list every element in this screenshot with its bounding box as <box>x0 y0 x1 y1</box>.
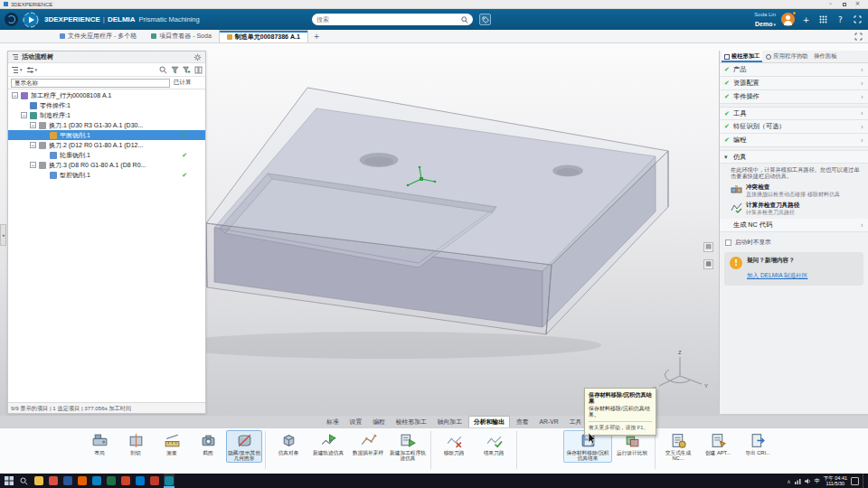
tree-row-manufacturing-program[interactable]: − 制造程序:1 <box>8 110 205 120</box>
assistant-section-feature-recognition[interactable]: ✔ 特征识别（可选） › <box>720 120 868 134</box>
toolbar-button-remove-toolpath[interactable]: 移除刀路 <box>434 430 474 456</box>
tree-collapse-icon[interactable]: − <box>12 92 18 99</box>
tab-action-pad[interactable]: 操作面板 <box>811 51 839 62</box>
taskbar-app-word[interactable] <box>62 474 73 488</box>
volume-icon[interactable] <box>805 478 811 484</box>
toolbar-button-interactive-nc[interactable]: 交互式生成 NC... <box>658 430 698 463</box>
avatar[interactable] <box>781 13 795 26</box>
left-panel-collapse-handle[interactable]: ◂ <box>0 224 6 246</box>
3ds-logo-icon[interactable] <box>5 13 18 26</box>
search-icon[interactable] <box>159 66 167 74</box>
taskbar-app-edge[interactable] <box>91 474 102 488</box>
ribbon-tab-analysis-output[interactable]: 分析和输出 <box>468 416 510 428</box>
ribbon-tab-view[interactable]: 查看 <box>512 417 533 427</box>
taskbar-search-icon[interactable] <box>18 475 30 487</box>
toolbar-button-sectioning[interactable]: 剖切 <box>118 430 154 456</box>
checkbox-icon[interactable] <box>725 239 731 246</box>
user-info[interactable]: Soda Lin Demo▾ <box>754 12 776 28</box>
tree-row-part-operation[interactable]: − 零件操作:1 <box>8 100 205 110</box>
tab-app-assist[interactable]: 应用程序协助 <box>763 51 810 62</box>
taskbar-app-firefox[interactable] <box>77 474 88 488</box>
tray-expand-icon[interactable]: ∧ <box>787 478 790 484</box>
ribbon-tab-prismatic[interactable]: 棱柱形加工 <box>392 417 431 427</box>
columns-icon[interactable] <box>194 66 203 74</box>
tag-icon[interactable] <box>479 14 491 25</box>
assistant-section-tools[interactable]: ✔ 工具 › <box>720 107 868 120</box>
input-language-indicator[interactable]: 中 <box>815 477 820 485</box>
tree-collapse-icon[interactable]: − <box>30 122 36 128</box>
toolbar-button-measure[interactable]: 测量 <box>154 430 190 456</box>
viewport-grid-widget-icon[interactable]: ▦ <box>703 259 713 269</box>
assistant-section-simulation[interactable]: ▾ 仿真 <box>720 150 868 164</box>
tree-row-face-milling[interactable]: − 平面铣削.1 ✔ <box>8 130 205 140</box>
startup-option[interactable]: 启动时不显示 <box>725 239 863 247</box>
tree-collapse-icon[interactable]: − <box>30 142 36 148</box>
tree-collapse-icon[interactable]: − <box>30 162 36 168</box>
tree-collapse-icon[interactable]: − <box>21 112 27 118</box>
display-options-button[interactable]: ▾ <box>26 66 38 74</box>
toolbar-button-hide-show-geometry[interactable]: 隐藏/显示其他几何图形 <box>226 430 262 463</box>
tab-manufacturing-cell[interactable]: 制造单元00087386 A.1 <box>219 30 308 42</box>
assistant-section-product[interactable]: ✔ 产品 › <box>720 63 868 77</box>
computed-column-header[interactable]: 已计算 <box>174 79 203 87</box>
view-compass[interactable]: Z X Y <box>653 350 708 391</box>
ribbon-tab-tools[interactable]: 工具 <box>565 417 587 427</box>
add-content-button[interactable]: + <box>800 14 812 25</box>
gear-icon[interactable] <box>193 53 202 61</box>
community-link[interactable]: 加入 DELMIA 制造社区 <box>747 272 807 280</box>
maximize-button[interactable] <box>837 0 851 8</box>
compass-play-icon[interactable] <box>23 12 39 28</box>
tab-project-viewer[interactable]: 项目查看器 - Soda <box>144 30 219 42</box>
name-column-header[interactable]: 显示名称 <box>11 79 170 88</box>
ribbon-tab-axial[interactable]: 轴向加工 <box>433 417 467 427</box>
minimize-button[interactable]: – <box>824 0 837 8</box>
filter-icon[interactable] <box>171 66 179 74</box>
close-button[interactable]: × <box>851 0 864 8</box>
filter-add-icon[interactable] <box>183 66 191 74</box>
assistant-section-generate-nc[interactable]: 生成 NC 代码 › <box>720 219 868 232</box>
toolbar-button-create-apt[interactable]: 创建 APT... <box>698 430 738 456</box>
tab-folder-app[interactable]: 文件夹应用程序 - 多个格 <box>52 30 144 42</box>
network-icon[interactable] <box>795 478 801 484</box>
toolpath-check-card[interactable]: 计算并检查刀具路径 计算并检查刀具路径 <box>731 202 863 216</box>
assistant-section-programming[interactable]: ✔ 编程 › <box>720 134 868 147</box>
global-search[interactable] <box>312 14 473 25</box>
tree-row-tool-change-3[interactable]: − 换刀.3 (D8 R0 G1-80 A.1 (D8 R0... <box>8 160 205 170</box>
tree-row-pocket-milling[interactable]: − 型腔铣削.1 ✔ <box>8 170 205 180</box>
tree-row-program[interactable]: − 加工程序_行为00008108 A.1 <box>8 90 205 100</box>
taskbar-clock[interactable]: 下午 04:41 111/5/30 <box>824 475 847 486</box>
taskbar-app-powerpoint[interactable] <box>120 474 131 488</box>
ribbon-tab-setup[interactable]: 设置 <box>345 417 367 427</box>
taskbar-app-excel[interactable] <box>106 474 117 488</box>
toolbar-button-new-track-simulation[interactable]: 新建轨迹仿真 <box>308 430 348 456</box>
taskbar-app-media[interactable] <box>149 474 160 488</box>
ribbon-tab-standard[interactable]: 标准 <box>322 417 344 427</box>
taskbar-app-vscode[interactable] <box>135 474 146 488</box>
taskbar-app-active-browser[interactable] <box>164 474 175 488</box>
taskbar-app-chrome[interactable] <box>48 474 59 488</box>
notification-center-icon[interactable] <box>851 477 859 485</box>
tree-row-tool-change-2[interactable]: − 换刀.2 (D12 R0 G1-80 A.1 (D12... <box>8 140 205 150</box>
search-input[interactable] <box>316 16 458 23</box>
fullscreen-icon[interactable] <box>852 14 863 25</box>
show-desktop-button[interactable] <box>863 474 865 488</box>
toolbar-button-screenshot[interactable]: 截图 <box>190 430 226 456</box>
tab-prismatic-machining[interactable]: 棱柱形加工 <box>722 51 762 62</box>
assistant-section-resources[interactable]: ✔ 资源配置 › <box>720 77 868 90</box>
apps-grid-icon[interactable] <box>817 14 829 25</box>
toolbar-button-layout[interactable]: 布局 <box>81 430 118 456</box>
tree-row-profile-milling[interactable]: − 轮廓铣削.1 ✔ <box>8 150 205 160</box>
ribbon-tab-programming[interactable]: 编程 <box>368 417 390 427</box>
new-tab-button[interactable]: + <box>308 30 326 42</box>
start-button[interactable] <box>3 475 14 487</box>
toolbar-button-result-toolpath[interactable]: 结果刀路 <box>474 430 514 456</box>
taskbar-app-file-explorer[interactable] <box>33 474 44 488</box>
collision-check-card[interactable]: 冲突检查 直接播放以检查动态碰撞·移除材料仿真 <box>731 183 863 198</box>
toolbar-button-data-sampling[interactable]: 数据插补采样 <box>348 430 388 456</box>
viewport-tree-widget-icon[interactable]: ▤ <box>703 242 713 252</box>
tree-row-tool-change-1[interactable]: − 换刀.1 (D30 R3 G1-30 A.1 (D30... <box>8 120 205 130</box>
toolbar-button-simulation-objects[interactable]: 仿真对象 <box>269 430 308 456</box>
toolbar-button-export-cri[interactable]: 导出 CRI... <box>738 430 778 456</box>
ribbon-tab-arvr[interactable]: AR-VR <box>535 418 563 426</box>
tabbar-expand-icon[interactable] <box>854 30 863 42</box>
